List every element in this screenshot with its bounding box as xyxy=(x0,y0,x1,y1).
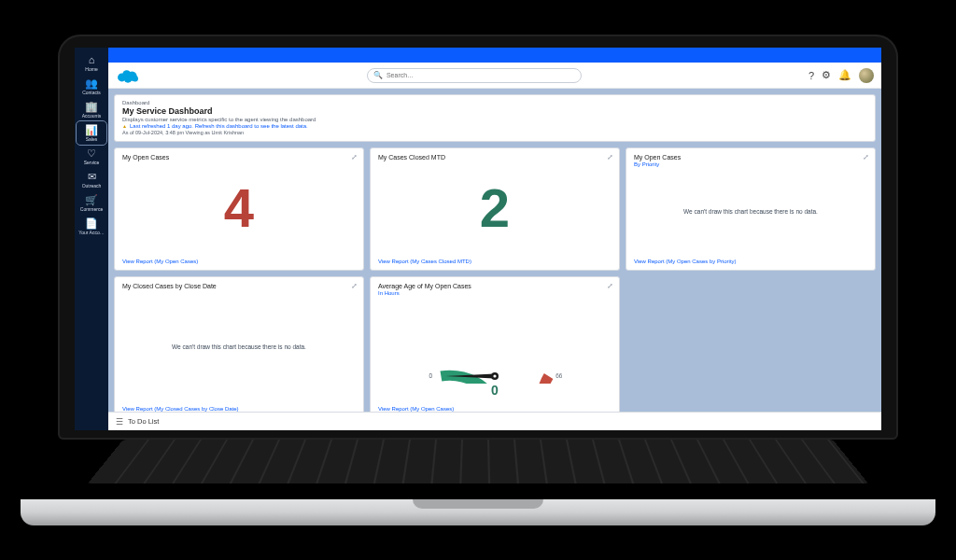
svg-point-3 xyxy=(124,76,132,83)
nav-item-label: Sales xyxy=(86,136,98,142)
dashboard-grid: ⤢ My Open Cases 4 View Report (My Open C… xyxy=(114,147,876,418)
svg-point-12 xyxy=(493,374,496,377)
laptop-keyboard xyxy=(88,440,869,483)
top-utility-icons: ? ⚙ 🔔 xyxy=(808,68,874,83)
card-closed-by-date: ⤢ My Closed Cases by Close Date We can't… xyxy=(114,276,364,418)
card-closed-mtd: ⤢ My Cases Closed MTD 2 View Report (My … xyxy=(370,147,620,271)
contacts-icon: 👥 xyxy=(85,78,98,89)
dashboard-subtitle: Displays customer service metrics specif… xyxy=(122,117,867,122)
nav-item-your-acc[interactable]: 📄Your Acco… xyxy=(77,215,106,238)
sales-icon: 📊 xyxy=(85,125,98,135)
menu-icon[interactable]: ☰ xyxy=(116,417,123,427)
expand-icon[interactable]: ⤢ xyxy=(351,153,358,161)
card-subtitle: By Priority xyxy=(634,161,867,167)
dashboard-kicker: Dashboard xyxy=(122,100,867,105)
outreach-icon: ✉ xyxy=(88,172,96,182)
user-avatar[interactable] xyxy=(859,68,874,83)
nav-item-label: Contacts xyxy=(82,90,101,95)
nav-item-service[interactable]: ♡Service xyxy=(77,145,106,168)
nav-item-outreach[interactable]: ✉Outreach xyxy=(77,168,106,191)
todo-label: To Do List xyxy=(128,417,159,426)
card-title: My Open Cases xyxy=(634,154,867,161)
view-report-link[interactable]: View Report (My Cases Closed MTD) xyxy=(378,259,471,264)
card-title: Average Age of My Open Cases xyxy=(378,283,612,289)
search-input[interactable] xyxy=(387,72,575,78)
nav-item-contacts[interactable]: 👥Contacts xyxy=(77,75,106,98)
laptop-frame: ⌂Home👥Contacts🏢Accounts📊Sales♡Service✉Ou… xyxy=(58,35,898,525)
gauge-chart: 018.236.454.666 0 xyxy=(420,301,569,398)
brand-bar xyxy=(108,48,881,63)
card-title: My Closed Cases by Close Date xyxy=(122,283,356,289)
salesforce-logo xyxy=(116,67,140,84)
gauge-value: 0 xyxy=(420,383,569,398)
expand-icon[interactable]: ⤢ xyxy=(607,153,613,161)
todo-bar[interactable]: ☰ To Do List xyxy=(108,412,881,430)
notifications-icon[interactable]: 🔔 xyxy=(838,69,851,81)
card-open-by-priority: ⤢ My Open Cases By Priority We can't dra… xyxy=(626,147,876,271)
laptop-base xyxy=(21,499,935,525)
laptop-screen: ⌂Home👥Contacts🏢Accounts📊Sales♡Service✉Ou… xyxy=(75,48,881,430)
expand-icon[interactable]: ⤢ xyxy=(863,153,869,161)
commerce-icon: 🛒 xyxy=(85,195,98,205)
card-open-cases: ⤢ My Open Cases 4 View Report (My Open C… xyxy=(114,147,364,271)
view-report-link[interactable]: View Report (My Open Cases by Priority) xyxy=(634,259,737,264)
your-acc-icon: 📄 xyxy=(85,218,98,229)
no-data-message: We can't draw this chart because there i… xyxy=(172,343,306,350)
expand-icon[interactable]: ⤢ xyxy=(351,282,358,290)
svg-text:0: 0 xyxy=(429,372,432,379)
nav-item-commerce[interactable]: 🛒Commerce xyxy=(77,191,106,215)
nav-item-label: Your Acco… xyxy=(78,230,104,235)
service-icon: ♡ xyxy=(87,148,96,159)
main-column: 🔍 ? ⚙ 🔔 Dashboard My Se xyxy=(108,48,881,430)
laptop-bezel: ⌂Home👥Contacts🏢Accounts📊Sales♡Service✉Ou… xyxy=(58,35,898,440)
nav-item-sales[interactable]: 📊Sales xyxy=(77,121,106,145)
top-bar: 🔍 ? ⚙ 🔔 xyxy=(108,63,881,89)
laptop-notch xyxy=(413,499,543,509)
card-title: My Cases Closed MTD xyxy=(378,154,612,161)
dashboard-asof: As of 09-Jul-2024, 3:48 pm Viewing as Um… xyxy=(122,130,867,135)
search-icon: 🔍 xyxy=(373,71,383,79)
salesforce-app: ⌂Home👥Contacts🏢Accounts📊Sales♡Service✉Ou… xyxy=(75,48,881,430)
dashboard-header: Dashboard My Service Dashboard Displays … xyxy=(114,94,876,142)
metric-value: 4 xyxy=(224,181,254,235)
accounts-icon: 🏢 xyxy=(85,102,98,112)
nav-item-home[interactable]: ⌂Home xyxy=(77,51,106,75)
no-data-message: We can't draw this chart because there i… xyxy=(683,208,818,215)
nav-item-label: Commerce xyxy=(80,206,103,212)
left-nav-rail: ⌂Home👥Contacts🏢Accounts📊Sales♡Service✉Ou… xyxy=(75,48,108,430)
dashboard-refresh-warning[interactable]: Last refreshed 1 day ago. Refresh this d… xyxy=(122,123,867,129)
home-icon: ⌂ xyxy=(89,55,95,65)
settings-icon[interactable]: ⚙ xyxy=(822,69,831,81)
card-subtitle: In Hours xyxy=(378,290,612,296)
view-report-link[interactable]: View Report (My Open Cases) xyxy=(122,259,198,264)
dashboard-title: My Service Dashboard xyxy=(122,106,867,116)
dashboard-canvas: Dashboard My Service Dashboard Displays … xyxy=(108,89,881,430)
global-search[interactable]: 🔍 xyxy=(367,68,582,83)
nav-item-accounts[interactable]: 🏢Accounts xyxy=(77,98,106,121)
svg-text:66: 66 xyxy=(555,372,563,379)
nav-item-label: Home xyxy=(85,66,97,72)
expand-icon[interactable]: ⤢ xyxy=(607,282,613,290)
help-icon[interactable]: ? xyxy=(808,70,814,81)
card-avg-age: ⤢ Average Age of My Open Cases In Hours … xyxy=(370,276,620,418)
card-title: My Open Cases xyxy=(122,154,356,161)
svg-point-4 xyxy=(133,76,138,81)
metric-value: 2 xyxy=(480,181,510,235)
nav-item-label: Accounts xyxy=(82,113,102,119)
nav-item-label: Service xyxy=(84,160,100,165)
nav-item-label: Outreach xyxy=(82,183,102,189)
